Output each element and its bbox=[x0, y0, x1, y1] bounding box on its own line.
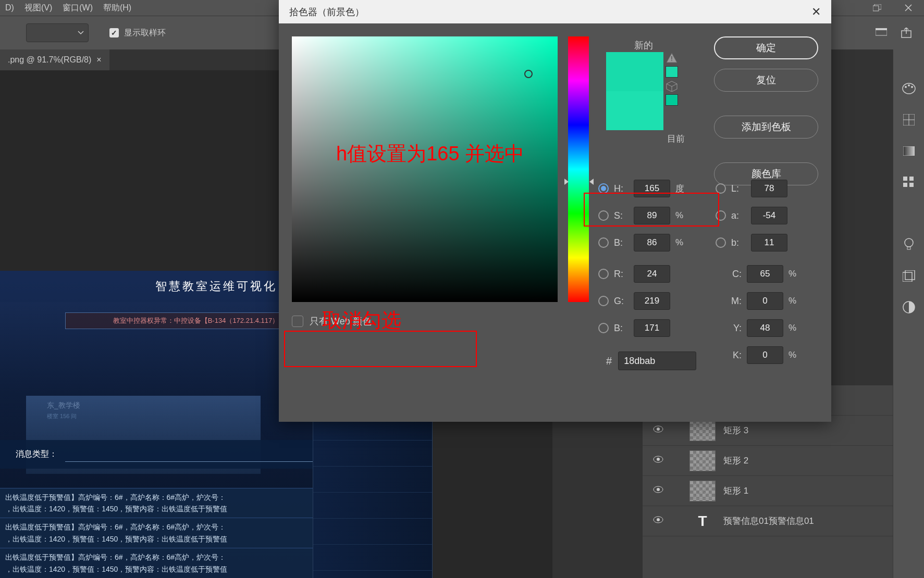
hue-slider[interactable] bbox=[568, 36, 589, 302]
color-picker-dialog: 拾色器（前景色） ✕ 新的 目前 ! 确定 复位 添加到色板 颜色库 bbox=[279, 0, 831, 422]
svg-point-5 bbox=[905, 86, 907, 88]
b-radio[interactable] bbox=[598, 237, 609, 248]
gamut-swatch[interactable] bbox=[666, 66, 678, 78]
gradient-icon[interactable] bbox=[901, 143, 917, 159]
layer-row[interactable]: 矩形 1 bbox=[643, 476, 893, 506]
library-icon[interactable] bbox=[901, 268, 917, 284]
dialog-titlebar[interactable]: 拾色器（前景色） ✕ bbox=[279, 0, 831, 23]
right-tool-column bbox=[893, 49, 924, 578]
svg-point-27 bbox=[657, 428, 660, 431]
unit-pct: % bbox=[675, 210, 688, 221]
swatches-icon[interactable] bbox=[901, 112, 917, 128]
svg-rect-13 bbox=[909, 177, 914, 181]
restore-button[interactable] bbox=[861, 0, 893, 16]
svg-rect-2 bbox=[876, 28, 887, 30]
layer-name: 矩形 1 bbox=[723, 485, 748, 497]
hex-input[interactable] bbox=[618, 351, 696, 370]
layer-row[interactable]: T 预警信息01预警信息01 bbox=[643, 506, 893, 536]
reset-button[interactable]: 复位 bbox=[714, 69, 818, 92]
panel-toggle-icon[interactable] bbox=[874, 26, 889, 40]
r-input[interactable] bbox=[634, 265, 670, 283]
add-to-swatches-button[interactable]: 添加到色板 bbox=[714, 116, 818, 139]
web-only-checkbox[interactable] bbox=[292, 316, 303, 327]
r-label: R: bbox=[614, 269, 629, 280]
websafe-swatch[interactable] bbox=[666, 94, 678, 106]
h-radio[interactable] bbox=[598, 183, 609, 194]
cube-icon[interactable] bbox=[666, 80, 678, 92]
warning-column: ! bbox=[666, 52, 678, 106]
sample-size-dropdown[interactable] bbox=[26, 23, 89, 42]
contrast-icon[interactable] bbox=[901, 299, 917, 315]
svg-rect-11 bbox=[903, 146, 915, 156]
visibility-icon[interactable] bbox=[653, 456, 663, 466]
svg-rect-12 bbox=[903, 177, 907, 181]
rgb-b-label: B: bbox=[614, 323, 629, 334]
menu-item-view[interactable]: 视图(V) bbox=[24, 3, 52, 14]
menu-item-help[interactable]: 帮助(H) bbox=[103, 3, 131, 14]
k-label: K: bbox=[727, 350, 742, 361]
s-label: S: bbox=[614, 210, 629, 221]
svg-point-42 bbox=[657, 518, 660, 521]
menu-item-window[interactable]: 窗口(W) bbox=[63, 3, 93, 14]
color-swatch-pair bbox=[606, 52, 663, 130]
visibility-icon[interactable] bbox=[653, 516, 663, 526]
query-label: 消息类型： bbox=[16, 449, 57, 460]
layer-row[interactable]: 矩形 2 bbox=[643, 446, 893, 476]
a-radio[interactable] bbox=[716, 210, 726, 221]
ok-button[interactable]: 确定 bbox=[714, 36, 818, 59]
dialog-close-icon[interactable]: ✕ bbox=[811, 5, 821, 19]
visibility-icon[interactable] bbox=[653, 425, 663, 436]
side-list-preview bbox=[313, 414, 433, 578]
h-input[interactable] bbox=[634, 180, 670, 197]
y-label: Y: bbox=[727, 323, 742, 334]
k-input[interactable] bbox=[747, 346, 783, 364]
unit-pct: % bbox=[675, 237, 688, 248]
svg-rect-15 bbox=[909, 183, 914, 187]
dialog-title: 拾色器（前景色） bbox=[289, 6, 364, 18]
g-input[interactable] bbox=[634, 292, 670, 310]
document-tab[interactable]: .png @ 91.7%(RGB/8) × bbox=[0, 49, 109, 70]
lab-b-input[interactable] bbox=[751, 234, 787, 252]
share-icon[interactable] bbox=[899, 26, 914, 40]
unit-pct: % bbox=[789, 323, 801, 333]
a-input[interactable] bbox=[751, 207, 787, 224]
layer-name: 预警信息01预警信息01 bbox=[723, 515, 814, 527]
show-sample-ring-checkbox[interactable]: ✓ bbox=[109, 28, 119, 37]
menu-item[interactable]: D) bbox=[5, 3, 14, 12]
unit-pct: % bbox=[789, 269, 801, 279]
dialog-buttons: 确定 复位 添加到色板 颜色库 bbox=[714, 36, 818, 185]
text-layer-icon: T bbox=[689, 513, 716, 530]
show-sample-ring-label: 显示取样环 bbox=[124, 28, 166, 39]
b-input[interactable] bbox=[634, 234, 670, 252]
lab-b-radio[interactable] bbox=[716, 237, 726, 248]
pattern-icon[interactable] bbox=[901, 174, 917, 190]
svg-text:!: ! bbox=[671, 55, 672, 62]
close-button[interactable] bbox=[893, 0, 924, 16]
layer-name: 矩形 3 bbox=[723, 424, 748, 436]
l-radio[interactable] bbox=[716, 183, 726, 194]
svg-rect-19 bbox=[905, 270, 915, 280]
r-radio[interactable] bbox=[598, 269, 609, 279]
palette-icon[interactable] bbox=[901, 81, 917, 96]
new-color-swatch[interactable] bbox=[606, 52, 663, 91]
visibility-icon[interactable] bbox=[653, 486, 663, 496]
rgb-b-input[interactable] bbox=[634, 319, 670, 337]
m-input[interactable] bbox=[747, 292, 783, 310]
y-input[interactable] bbox=[747, 319, 783, 337]
saturation-value-box[interactable] bbox=[292, 36, 558, 302]
svg-rect-14 bbox=[903, 183, 907, 187]
gamut-warning-icon[interactable]: ! bbox=[666, 52, 678, 64]
c-input[interactable] bbox=[747, 265, 783, 283]
layer-thumb bbox=[689, 481, 716, 501]
bulb-icon[interactable] bbox=[901, 237, 917, 253]
lab-b-label: b: bbox=[731, 237, 746, 248]
rgb-b-radio[interactable] bbox=[598, 323, 609, 333]
hex-label: # bbox=[606, 355, 612, 367]
l-input[interactable] bbox=[751, 180, 787, 197]
g-radio[interactable] bbox=[598, 296, 609, 306]
s-input[interactable] bbox=[634, 207, 670, 224]
current-color-swatch[interactable] bbox=[606, 91, 663, 130]
close-tab-icon[interactable]: × bbox=[96, 55, 101, 65]
svg-point-6 bbox=[908, 84, 910, 86]
s-radio[interactable] bbox=[598, 210, 609, 221]
